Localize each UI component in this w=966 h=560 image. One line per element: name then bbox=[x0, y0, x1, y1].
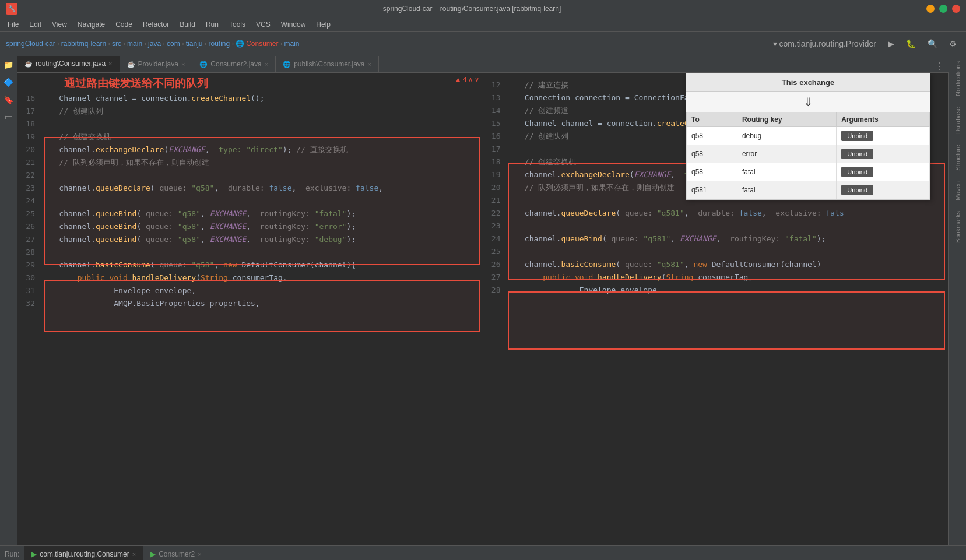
breadcrumb-routing[interactable]: routing bbox=[208, 40, 230, 48]
highlight-box-right-bottom bbox=[508, 291, 946, 350]
binding-row-4: q581 fatal Unbind bbox=[687, 181, 930, 199]
window-controls bbox=[926, 5, 960, 13]
run-icon-consumer: ▶ bbox=[31, 550, 37, 558]
toolbar: springCloud-car › rabbitmq-learn › src ›… bbox=[0, 32, 966, 55]
sidebar-bookmarks-icon[interactable]: 🔖 bbox=[2, 93, 15, 106]
tab-label-provider: Provider.java bbox=[138, 60, 178, 68]
toolbar-search-btn[interactable]: 🔍 bbox=[924, 37, 941, 50]
toolbar-run-btn[interactable]: ▶ bbox=[884, 37, 898, 50]
error-indicator: ▲ 4 ∧ ∨ bbox=[455, 76, 479, 83]
tab-close-consumer2[interactable]: × bbox=[265, 61, 268, 68]
run-tab-consumer2-label: Consumer2 bbox=[159, 550, 195, 558]
menu-view[interactable]: View bbox=[47, 19, 72, 30]
menu-edit[interactable]: Edit bbox=[24, 19, 46, 30]
tab-icon-consumer2: 🌐 bbox=[199, 61, 208, 68]
r-code-line-25: 25 bbox=[483, 245, 949, 258]
unbind-button-4[interactable]: Unbind bbox=[841, 185, 873, 195]
unbind-button-2[interactable]: Unbind bbox=[841, 149, 873, 159]
sidebar-bookmarks-right-label[interactable]: Bookmarks bbox=[954, 208, 961, 246]
binding-to-4: q581 bbox=[687, 181, 737, 199]
r-code-line-26: 26 channel.basicConsume( queue: "q581", … bbox=[483, 258, 949, 271]
breadcrumb-main[interactable]: main bbox=[127, 40, 142, 48]
code-line-30: 30 public void handleDelivery(String con… bbox=[17, 272, 483, 284]
sidebar-notifications-label[interactable]: Notifications bbox=[954, 58, 961, 99]
r-code-line-27: 27 public void handleDelivery(String con… bbox=[483, 271, 949, 284]
sidebar-project-icon[interactable]: 📁 bbox=[2, 58, 15, 71]
r-code-line-24: 24 channel.queueBind( queue: "q581", EXC… bbox=[483, 233, 949, 245]
breadcrumb-project[interactable]: springCloud-car bbox=[6, 40, 55, 48]
r-code-line-28: 28 Envelope envelope bbox=[483, 284, 949, 297]
code-line-23: 23 channel.queueDeclare( queue: "q58", d… bbox=[17, 182, 483, 195]
r-code-line-23: 23 bbox=[483, 220, 949, 233]
sidebar-db-icon[interactable]: 🗃 bbox=[2, 111, 15, 124]
code-line-18: 18 bbox=[17, 118, 483, 131]
unbind-button-3[interactable]: Unbind bbox=[841, 167, 873, 177]
binding-arrow: ⇓ bbox=[686, 92, 930, 112]
run-tab-consumer2[interactable]: ▶ Consumer2 × bbox=[143, 546, 209, 560]
editor-panel-right: ▲ 3 ∧ ∨ 12 // 建立连接 13 Connection connect… bbox=[483, 73, 949, 545]
close-button[interactable] bbox=[952, 5, 960, 13]
unbind-button-1[interactable]: Unbind bbox=[841, 131, 873, 141]
binding-args-3: Unbind bbox=[837, 163, 930, 181]
menu-refactor[interactable]: Refactor bbox=[138, 19, 174, 30]
tab-provider-java[interactable]: ☕ Provider.java × bbox=[120, 56, 193, 72]
editors-row: 通过路由键发送给不同的队列 ▲ 4 ∧ ∨ 16 Channel channel… bbox=[17, 73, 949, 545]
tab-more-button[interactable]: ⋮ bbox=[930, 61, 949, 72]
tab-close-provider[interactable]: × bbox=[181, 61, 185, 68]
breadcrumb-consumer[interactable]: Consumer bbox=[246, 40, 278, 48]
run-tab-consumer[interactable]: ▶ com.tianju.routing.Consumer × bbox=[24, 546, 143, 560]
title-bar: 🔧 springCloud-car – routing\Consumer.jav… bbox=[0, 0, 966, 17]
sidebar-structure-icon[interactable]: 🔷 bbox=[2, 76, 15, 89]
menu-help[interactable]: Help bbox=[311, 19, 335, 30]
breadcrumb-module[interactable]: rabbitmq-learn bbox=[61, 40, 106, 48]
run-label: Run: bbox=[0, 546, 24, 560]
tab-icon-consumer: ☕ bbox=[24, 60, 33, 68]
sidebar-database-label[interactable]: Database bbox=[954, 104, 961, 137]
tab-consumer-java[interactable]: ☕ routing\Consumer.java × bbox=[17, 56, 120, 72]
breadcrumb-java[interactable]: java bbox=[148, 40, 161, 48]
r-code-line-22: 22 channel.queueDeclare( queue: "q581", … bbox=[483, 207, 949, 220]
toolbar-right: ▾ com.tianju.routing.Provider ▶ 🐛 🔍 ⚙ bbox=[770, 37, 960, 50]
menu-run[interactable]: Run bbox=[201, 19, 223, 30]
code-line-31: 31 Envelope envelope, bbox=[17, 284, 483, 297]
breadcrumb-src[interactable]: src bbox=[112, 40, 121, 48]
binding-to-3: q58 bbox=[687, 163, 737, 181]
editor-panel-left: 通过路由键发送给不同的队列 ▲ 4 ∧ ∨ 16 Channel channel… bbox=[17, 73, 483, 545]
menu-vcs[interactable]: VCS bbox=[251, 19, 275, 30]
sidebar-structure-label[interactable]: Structure bbox=[954, 142, 961, 174]
minimize-button[interactable] bbox=[926, 5, 935, 13]
breadcrumb-tianju[interactable]: tianju bbox=[186, 40, 203, 48]
run-tab-close-consumer2[interactable]: × bbox=[198, 551, 201, 558]
menu-code[interactable]: Code bbox=[111, 19, 137, 30]
tab-close-publish[interactable]: × bbox=[368, 61, 371, 68]
code-line-27: 27 channel.queueBind( queue: "q58", EXCH… bbox=[17, 233, 483, 246]
menu-navigate[interactable]: Navigate bbox=[73, 19, 110, 30]
tab-consumer2-java[interactable]: 🌐 Consumer2.java × bbox=[192, 56, 276, 72]
code-line-19: 19 // 创建交换机 bbox=[17, 131, 483, 143]
breadcrumb-com[interactable]: com bbox=[167, 40, 180, 48]
tab-icon-provider: ☕ bbox=[127, 61, 135, 68]
menu-file[interactable]: File bbox=[3, 19, 23, 30]
menu-build[interactable]: Build bbox=[175, 19, 200, 30]
tab-publish-consumer[interactable]: 🌐 publish\Consumer.java × bbox=[276, 56, 379, 72]
menu-window[interactable]: Window bbox=[276, 19, 311, 30]
left-sidebar: 📁 🔷 🔖 🗃 bbox=[0, 55, 17, 545]
run-config-dropdown[interactable]: ▾ com.tianju.routing.Provider bbox=[770, 37, 880, 50]
sidebar-maven-label[interactable]: Maven bbox=[954, 178, 961, 203]
binding-key-1: debug bbox=[737, 127, 836, 145]
maximize-button[interactable] bbox=[939, 5, 947, 13]
title-bar-left: 🔧 bbox=[6, 3, 17, 15]
binding-row-3: q58 fatal Unbind bbox=[687, 163, 930, 181]
toolbar-debug-btn[interactable]: 🐛 bbox=[902, 37, 919, 50]
tab-close-consumer[interactable]: × bbox=[108, 60, 112, 67]
code-line-32: 32 AMQP.BasicProperties properties, bbox=[17, 297, 483, 310]
breadcrumb-main-method[interactable]: main bbox=[284, 40, 300, 48]
right-sidebar: Notifications Database Structure Maven B… bbox=[949, 55, 966, 545]
binding-popup: This exchange ⇓ To Routing key Arguments bbox=[686, 73, 930, 200]
run-tab-close-consumer[interactable]: × bbox=[132, 551, 136, 558]
binding-to-1: q58 bbox=[687, 127, 737, 145]
binding-key-3: fatal bbox=[737, 163, 836, 181]
code-line-16: 16 Channel channel = connection.createCh… bbox=[17, 92, 483, 105]
menu-tools[interactable]: Tools bbox=[224, 19, 250, 30]
toolbar-settings-btn[interactable]: ⚙ bbox=[946, 37, 960, 50]
